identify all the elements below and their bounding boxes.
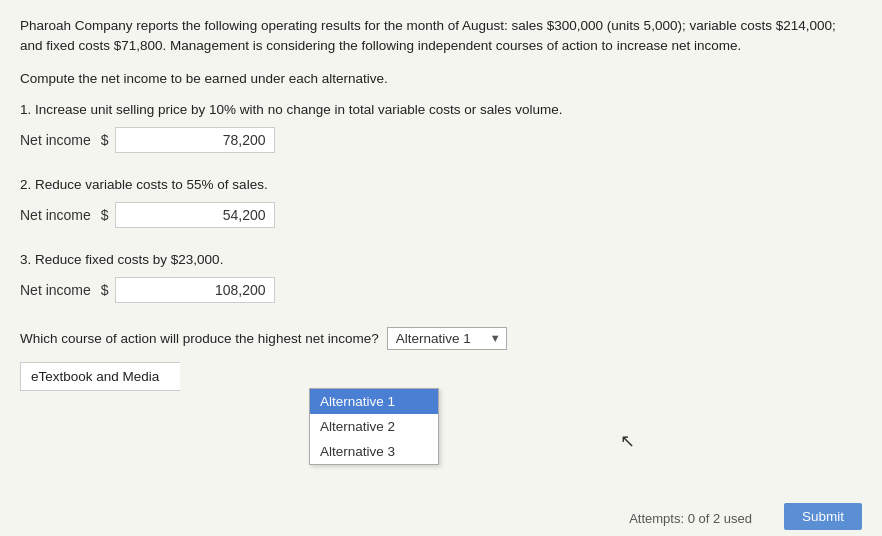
section-3-block: 3. Reduce fixed costs by $23,000. Net in…: [20, 252, 862, 303]
section-3-net-income-label: Net income: [20, 282, 91, 298]
section-2-net-income-row: Net income $: [20, 202, 862, 228]
section-2-block: 2. Reduce variable costs to 55% of sales…: [20, 177, 862, 228]
section-1-net-income-row: Net income $: [20, 127, 862, 153]
dropdown-item-alt3[interactable]: Alternative 3: [310, 439, 438, 464]
etextbook-row: eTextbook and Media Alternative 1 Altern…: [20, 362, 862, 391]
section-3-heading: 3. Reduce fixed costs by $23,000.: [20, 252, 862, 267]
section-3-net-income-row: Net income $: [20, 277, 862, 303]
etextbook-label: eTextbook and Media: [20, 362, 180, 391]
alternative-dropdown[interactable]: Alternative 1 Alternative 2 Alternative …: [309, 388, 439, 465]
section-2-net-income-label: Net income: [20, 207, 91, 223]
dropdown-item-alt1[interactable]: Alternative 1: [310, 389, 438, 414]
section-3-net-income-input[interactable]: [115, 277, 275, 303]
section-1-dollar-sign: $: [101, 132, 109, 148]
attempts-text: Attempts: 0 of 2 used: [629, 511, 752, 526]
section-1-heading: 1. Increase unit selling price by 10% wi…: [20, 102, 862, 117]
bottom-question-text: Which course of action will produce the …: [20, 331, 379, 346]
section-1-net-income-label: Net income: [20, 132, 91, 148]
section-1-net-income-input[interactable]: [115, 127, 275, 153]
section-1-block: 1. Increase unit selling price by 10% wi…: [20, 102, 862, 153]
section-2-dollar-sign: $: [101, 207, 109, 223]
dropdown-item-alt2[interactable]: Alternative 2: [310, 414, 438, 439]
alternative-select-wrapper[interactable]: Alternative 1 Alternative 2 Alternative …: [387, 327, 507, 350]
bottom-question-row: Which course of action will produce the …: [20, 327, 862, 350]
section-2-net-income-input[interactable]: [115, 202, 275, 228]
cursor-icon: ↖: [620, 430, 635, 452]
compute-instruction: Compute the net income to be earned unde…: [20, 71, 862, 86]
section-2-heading: 2. Reduce variable costs to 55% of sales…: [20, 177, 862, 192]
submit-button[interactable]: Submit: [784, 503, 862, 530]
alternative-select[interactable]: Alternative 1 Alternative 2 Alternative …: [387, 327, 507, 350]
intro-paragraph: Pharoah Company reports the following op…: [20, 16, 862, 57]
section-3-dollar-sign: $: [101, 282, 109, 298]
